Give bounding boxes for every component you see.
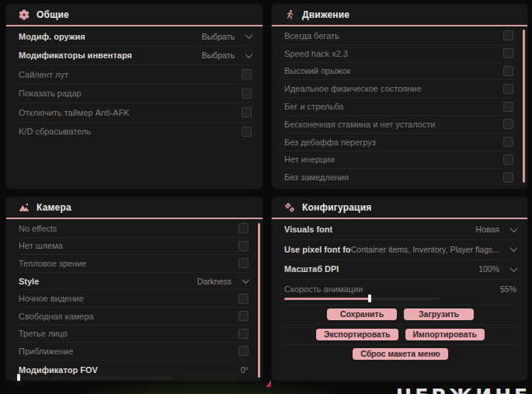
row-reset-layout: Сброс макета меню [284,344,516,364]
row-label: Идеальное физическое состояние [284,84,422,93]
cheat-menu-screen: Общие Модиф. оружия Выбрать Модификаторы… [0,0,532,394]
row-export-import: Экспортировать Импортировать [284,324,516,344]
chevron-down-icon [245,31,253,39]
row-label: K/D сбрасыватель [19,127,91,136]
infinite-stamina-checkbox[interactable] [503,119,513,129]
mountains-icon [19,202,30,213]
no-effects-checkbox[interactable] [238,223,249,233]
night-vision-checkbox[interactable] [238,294,249,304]
third-person-checkbox[interactable] [238,329,249,339]
always-run-checkbox[interactable] [503,30,513,40]
dropdown-value: Container items, Inventory, Player flags… [351,245,499,254]
row-label: Высокий прыжок [284,66,350,75]
load-button[interactable]: Загрузить [404,309,474,320]
anti-afk-checkbox[interactable] [242,107,252,117]
panel-title: Камера [37,202,71,213]
fov-slider-handle[interactable] [17,374,20,381]
fov-slider[interactable] [19,377,174,379]
row-weapon-mod: Модиф. оружия Выбрать [19,27,252,46]
row-label: Модификатор FOV [19,365,98,375]
silent-loot-checkbox[interactable] [242,69,252,79]
dropdown-value: Darkness [197,277,231,286]
row-label: Visuals font [284,225,332,234]
run-and-shoot-checkbox[interactable] [503,102,513,112]
panel-movement-header: Движение [272,4,527,26]
row-visuals-font: Visuals font Новая [284,220,516,239]
row-free-camera: Свободная камера [19,307,249,325]
row-run-and-shoot: Бег и стрельба [284,97,513,115]
gears-icon [284,202,295,213]
movement-scrollbar[interactable] [523,30,525,183]
row-no-overload-debuff: Без дебаффа перегруз [284,133,513,151]
row-label: Показать радар [19,89,82,98]
row-pixel-font: Use pixel font for Container items, Inve… [284,239,516,260]
style-dropdown[interactable]: Darkness [197,277,249,286]
panel-config: Конфигурация Visuals font Новая Use pixe… [272,197,527,381]
chevron-down-icon [510,264,518,272]
speed-hack-checkbox[interactable] [503,48,513,58]
background-game-text: ЧЕРЖИНЕ [396,385,530,394]
row-label: Без дебаффа перегруз [284,138,376,147]
row-label: Style [19,277,39,286]
row-label: Бег и стрельба [284,102,343,111]
no-inertia-checkbox[interactable] [503,155,513,165]
chevron-down-icon [510,244,518,252]
dropdown-value: Выбрать [202,32,235,41]
panel-general-header: Общие [6,4,263,26]
animation-speed-handle[interactable] [368,295,371,302]
zoom-checkbox[interactable] [238,346,249,356]
row-label: Отключить таймер Anti-AFK [19,108,130,117]
import-button[interactable]: Импортировать [405,329,485,340]
row-style: Style Darkness [19,272,249,290]
animation-speed-slider[interactable] [284,298,440,300]
animation-speed-fill [284,298,370,300]
thermal-vision-checkbox[interactable] [238,258,249,268]
export-button[interactable]: Экспортировать [316,329,398,340]
row-night-vision: Ночное видение [19,289,249,307]
dpi-scale-dropdown[interactable]: 100% [478,264,516,274]
row-perfect-condition: Идеальное физическое состояние [284,79,513,97]
reset-menu-layout-button[interactable]: Сброс макета меню [353,348,448,360]
dropdown-value: Новая [476,225,499,234]
chevron-down-icon [242,276,250,284]
flower-icon [19,9,30,20]
row-label: Скорость анимации [284,284,363,294]
row-label: Speed hack x2.3 [284,49,348,58]
row-speed-hack: Speed hack x2.3 [284,44,513,62]
row-label: Use pixel font for [284,245,351,254]
kd-reset-checkbox[interactable] [242,127,252,137]
panel-config-rows: Visuals font Новая Use pixel font for Co… [272,219,527,364]
free-camera-checkbox[interactable] [238,311,249,321]
visuals-font-dropdown[interactable]: Новая [476,225,516,234]
camera-scrollbar[interactable] [258,223,260,378]
row-no-inertia: Нет инерции [284,151,513,169]
animation-speed-value: 55% [500,284,516,294]
perfect-condition-checkbox[interactable] [503,84,513,94]
no-overload-debuff-checkbox[interactable] [503,137,513,147]
row-zoom: Приближение [19,342,249,360]
row-label: No effects [19,224,57,233]
row-no-effects: No effects [19,220,249,237]
high-jump-checkbox[interactable] [503,66,513,76]
row-no-helmet: Нет шлема [19,237,249,255]
panel-movement-rows: Всегда бегать Speed hack x2.3 Высокий пр… [272,26,527,186]
save-button[interactable]: Сохранить [327,309,397,320]
no-helmet-checkbox[interactable] [238,241,249,251]
row-label: Масштаб DPI [284,264,339,274]
row-infinite-stamina: Бесконечная стамина и нет усталости [284,115,513,133]
dropdown-value: 100% [478,264,499,274]
row-label: Бесконечная стамина и нет усталости [284,120,436,129]
runner-icon [284,9,295,20]
panel-camera-header: Камера [6,197,263,219]
row-label: Нет инерции [284,155,335,164]
row-label: Третье лицо [19,329,68,338]
inventory-mods-dropdown[interactable]: Выбрать [202,51,252,60]
pixel-font-dropdown[interactable]: Container items, Inventory, Player flags… [351,245,516,254]
show-radar-checkbox[interactable] [242,89,252,99]
no-slowdown-checkbox[interactable] [503,173,513,183]
row-silent-loot: Сайлент лут [19,65,252,84]
weapon-mod-dropdown[interactable]: Выбрать [202,32,252,41]
row-always-run: Всегда бегать [284,27,513,44]
row-anti-afk: Отключить таймер Anti-AFK [19,103,252,122]
row-label: Нет шлема [19,241,63,250]
